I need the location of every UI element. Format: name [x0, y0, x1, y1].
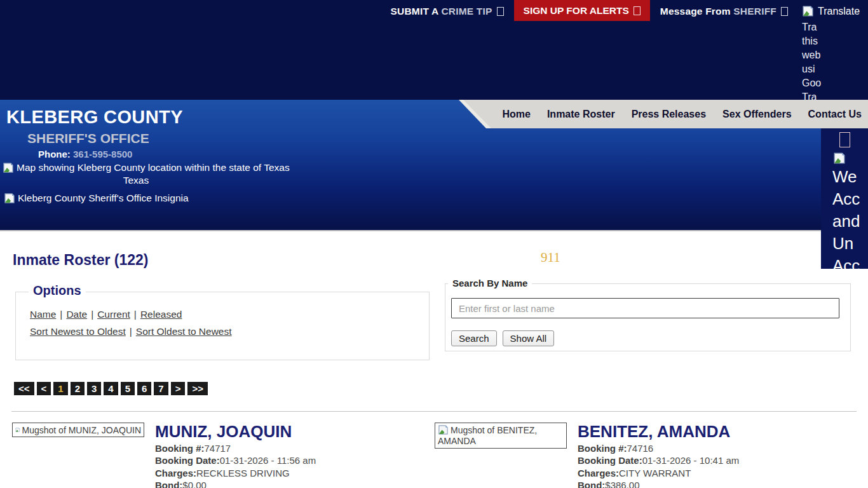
accessibility-alt-line: We	[832, 166, 868, 188]
main-navigation: Home Inmate Roster Press Releases Sex Of…	[459, 100, 868, 128]
booking-number-value: 74717	[205, 443, 231, 454]
charges-value: CITY WARRANT	[619, 468, 691, 478]
map-caption: Texas	[0, 175, 272, 186]
accessibility-alt-text-clipped: We Acc and Un Acc	[821, 166, 868, 277]
options-legend: Options	[29, 283, 86, 298]
filter-link-name[interactable]: Name	[30, 309, 56, 320]
charges-value: RECKLESS DRIVING	[196, 468, 290, 478]
phone-label: Phone:	[38, 149, 71, 159]
emergency-number-text: 911	[541, 250, 560, 266]
mugshot-alt-text: AMANDA	[438, 435, 564, 447]
search-fieldset: Search By Name Search Show All	[445, 283, 851, 351]
accessibility-widget-panel[interactable]: We Acc and Un Acc	[821, 128, 868, 269]
missing-glyph-icon	[781, 7, 788, 16]
filter-link-released[interactable]: Released	[140, 309, 182, 320]
pagination-page-5[interactable]: 5	[121, 382, 135, 395]
mugshot-placeholder[interactable]: Mugshot of MUNIZ, JOAQUIN	[12, 423, 144, 437]
mugshot-placeholder[interactable]: Mugshot of BENITEZ, AMANDA	[435, 423, 567, 449]
mugshot-alt-text: Mugshot of MUNIZ, JOAQUIN	[22, 425, 141, 435]
sort-newest-to-oldest-link[interactable]: Sort Newest to Oldest	[30, 326, 126, 337]
pagination: << < 1 2 3 4 5 6 7 > >>	[14, 382, 208, 395]
charges-label: Charges:	[578, 468, 619, 478]
broken-image-icon	[15, 424, 20, 435]
broken-image-icon	[833, 152, 846, 165]
pagination-next-button[interactable]: >	[171, 382, 186, 395]
divider	[11, 411, 857, 412]
separator: |	[130, 326, 132, 337]
pagination-prev-button[interactable]: <	[37, 382, 51, 395]
bond-label: Bond:	[155, 480, 182, 488]
separator: |	[91, 309, 93, 320]
insignia-broken-image: Kleberg County Sheriff's Office Insignia	[4, 193, 189, 204]
submit-crime-tip-link[interactable]: SUBMIT A CRIME TIP	[391, 6, 504, 17]
submit-crime-tip-rest: CRIME TIP	[441, 6, 492, 17]
translate-alt-line: Goo	[802, 76, 868, 90]
booking-number-label: Booking #:	[578, 443, 627, 454]
county-map-alt-text: Map showing Kleberg County location with…	[17, 162, 290, 173]
broken-image-icon	[802, 5, 814, 17]
google-translate-widget[interactable]: Translate Tra this web usi Goo Tra	[802, 0, 868, 104]
nav-item-contact-us[interactable]: Contact Us	[808, 109, 862, 120]
bond-label: Bond:	[578, 480, 605, 488]
submit-crime-tip-strong: SUBMIT A	[391, 6, 438, 17]
missing-glyph-icon	[634, 6, 641, 15]
filter-link-current[interactable]: Current	[97, 309, 130, 320]
pagination-page-4[interactable]: 4	[104, 382, 118, 395]
booking-number-label: Booking #:	[155, 443, 205, 454]
inmate-card: Mugshot of BENITEZ, AMANDA BENITEZ, AMAN…	[435, 423, 739, 488]
search-legend: Search By Name	[448, 278, 532, 288]
message-from-strong: Message From	[660, 6, 731, 17]
sign-up-for-alerts-label: SIGN UP FOR ALERTS	[524, 5, 629, 17]
accessibility-alt-line: and	[832, 210, 868, 233]
search-button[interactable]: Search	[451, 330, 497, 346]
pagination-page-7[interactable]: 7	[154, 382, 168, 395]
nav-item-press-releases[interactable]: Press Releases	[632, 109, 706, 120]
nav-item-inmate-roster[interactable]: Inmate Roster	[547, 109, 615, 120]
booking-date-label: Booking Date:	[578, 455, 642, 466]
broken-image-icon	[4, 193, 15, 204]
county-title: KLEBERG COUNTY	[6, 107, 183, 128]
phone-line: Phone: 361-595-8500	[38, 149, 132, 159]
bond-value: $0.00	[182, 480, 207, 488]
charges-label: Charges:	[155, 468, 196, 478]
translate-alt-line: this	[802, 34, 868, 48]
inmate-card: Mugshot of MUNIZ, JOAQUIN MUNIZ, JOAQUIN…	[12, 423, 316, 488]
options-fieldset: Options Name|Date|Current|Released Sort …	[15, 292, 430, 360]
broken-image-icon	[3, 162, 14, 173]
inmate-details: BENITEZ, AMANDA Booking #:74716 Booking …	[578, 423, 739, 488]
accessibility-alt-line: Un	[832, 233, 868, 255]
filter-link-date[interactable]: Date	[66, 309, 87, 320]
translate-alt-text-clipped: Tra this web usi Goo Tra	[802, 20, 868, 104]
booking-date-label: Booking Date:	[155, 455, 220, 466]
pagination-page-2[interactable]: 2	[71, 382, 85, 395]
booking-date-value: 01-31-2026 - 11:56 am	[220, 455, 316, 466]
phone-number: 361-595-8500	[73, 149, 132, 159]
accessibility-alt-line: Acc	[832, 255, 868, 277]
insignia-alt-text: Kleberg County Sheriff's Office Insignia	[18, 193, 189, 204]
translate-alt-line: web	[802, 48, 868, 62]
sort-links-row: Sort Newest to Oldest|Sort Oldest to New…	[30, 326, 232, 337]
inmate-name: MUNIZ, JOAQUIN	[155, 423, 316, 440]
separator: |	[60, 309, 62, 320]
search-input[interactable]	[451, 298, 839, 318]
message-from-sheriff-link[interactable]: Message From SHERIFF	[660, 6, 788, 17]
separator: |	[134, 309, 137, 320]
filter-links-row: Name|Date|Current|Released	[30, 309, 182, 320]
accessibility-alt-line: Acc	[832, 188, 868, 210]
show-all-button[interactable]: Show All	[503, 330, 555, 346]
nav-item-sex-offenders[interactable]: Sex Offenders	[722, 109, 791, 120]
sign-up-for-alerts-button[interactable]: SIGN UP FOR ALERTS	[514, 0, 650, 21]
missing-glyph-icon	[839, 132, 850, 147]
pagination-last-button[interactable]: >>	[187, 382, 208, 395]
pagination-first-button[interactable]: <<	[14, 382, 34, 395]
nav-item-home[interactable]: Home	[502, 109, 530, 120]
sort-oldest-to-newest-link[interactable]: Sort Oldest to Newest	[136, 326, 232, 337]
pagination-page-1[interactable]: 1	[53, 382, 67, 395]
bond-value: $386.00	[605, 480, 639, 488]
pagination-page-3[interactable]: 3	[87, 382, 101, 395]
translate-alt-line: Tra	[802, 20, 868, 34]
translate-label: Translate	[818, 6, 860, 17]
pagination-page-6[interactable]: 6	[137, 382, 151, 395]
inmate-details: MUNIZ, JOAQUIN Booking #:74717 Booking D…	[155, 423, 316, 488]
top-utility-bar: SUBMIT A CRIME TIP SIGN UP FOR ALERTS Me…	[0, 0, 868, 100]
